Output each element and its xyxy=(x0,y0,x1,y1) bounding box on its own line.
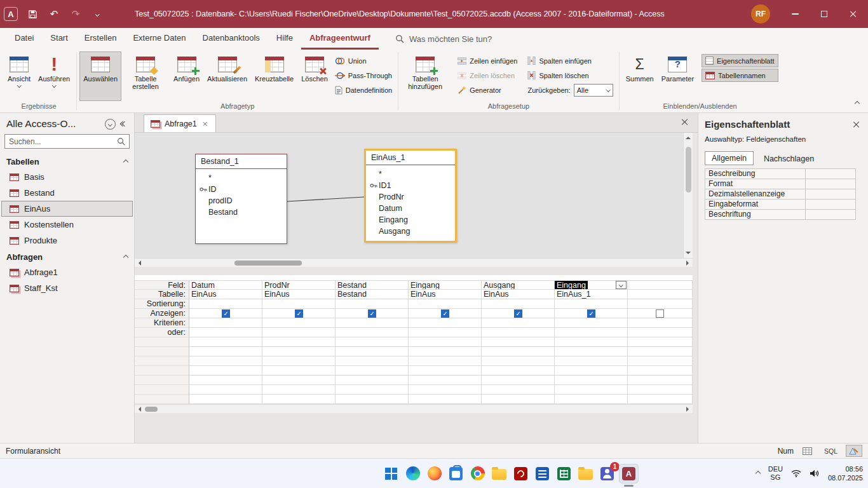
field-row[interactable]: * xyxy=(200,172,283,184)
field-list-bestand-1[interactable]: Bestand_1 * ID prodID Bestand xyxy=(195,154,287,244)
search-input[interactable] xyxy=(409,34,524,44)
grid-cell[interactable] xyxy=(628,299,693,309)
scroll-left-arrow[interactable] xyxy=(136,261,141,266)
grid-cell[interactable] xyxy=(336,318,409,328)
show-checkbox[interactable] xyxy=(587,309,595,318)
taskbar-access[interactable]: A xyxy=(619,464,639,484)
property-value[interactable] xyxy=(806,169,856,179)
field-dropdown-button[interactable] xyxy=(616,281,627,289)
volume-icon[interactable] xyxy=(810,469,820,478)
grid-cell[interactable] xyxy=(409,299,482,309)
taskbar-folder[interactable] xyxy=(576,464,595,484)
loeschen-button[interactable]: Löschen xyxy=(297,51,332,101)
tab-nachschlagen[interactable]: Nachschlagen xyxy=(757,152,820,165)
ausfuehren-button[interactable]: ! Ausführen xyxy=(34,51,74,101)
ansicht-button[interactable]: Ansicht xyxy=(4,51,34,101)
anfuegen-button[interactable]: Anfügen xyxy=(170,51,203,101)
tab-abfrage1[interactable]: Abfrage1 xyxy=(144,114,216,132)
grid-cell[interactable] xyxy=(482,318,555,328)
tell-me-search[interactable] xyxy=(395,28,524,50)
grid-cell[interactable] xyxy=(336,328,409,337)
taskbar-firefox[interactable] xyxy=(424,464,444,484)
redo-button[interactable]: ↷ xyxy=(65,0,86,28)
sidebar-item-produkte[interactable]: Produkte xyxy=(1,233,133,248)
spalten-loeschen-button[interactable]: Spalten löschen xyxy=(524,69,616,82)
grid-cell[interactable] xyxy=(336,299,409,309)
tab-hilfe[interactable]: Hilfe xyxy=(268,28,301,50)
property-value[interactable] xyxy=(806,179,856,189)
taskbar-teams[interactable]: 1 xyxy=(597,464,617,484)
show-checkbox[interactable] xyxy=(514,309,522,318)
grid-cell[interactable] xyxy=(628,290,693,299)
grid-cell[interactable] xyxy=(189,328,262,337)
taskbar-file-explorer[interactable] xyxy=(489,464,509,484)
field-row[interactable]: Datum xyxy=(370,203,451,214)
grid-cell[interactable] xyxy=(628,309,693,318)
grid-cell[interactable] xyxy=(262,299,336,309)
field-row[interactable]: ProdNr xyxy=(370,191,451,203)
eigenschaftenblatt-button[interactable]: Eigenschaftenblatt xyxy=(702,54,778,67)
zurueckgeben-dropdown[interactable]: Alle xyxy=(574,84,613,97)
design-view-button[interactable] xyxy=(846,445,862,457)
grid-cell[interactable]: EinAus_1 xyxy=(555,290,628,299)
generator-button[interactable]: Generator xyxy=(454,83,520,97)
nav-search-box[interactable] xyxy=(4,134,130,149)
property-value[interactable] xyxy=(806,189,856,200)
tab-datenbanktools[interactable]: Datenbanktools xyxy=(194,28,268,50)
scroll-right-arrow[interactable] xyxy=(686,407,691,412)
field-row[interactable]: Ausgang xyxy=(370,226,451,237)
field-row[interactable]: Eingang xyxy=(370,214,451,226)
grid-cell[interactable] xyxy=(555,309,628,318)
show-checkbox[interactable] xyxy=(368,309,376,318)
tabellennamen-button[interactable]: Tabellennamen xyxy=(702,69,778,82)
scroll-right-arrow[interactable] xyxy=(686,261,691,266)
property-sheet-close-button[interactable] xyxy=(853,121,860,128)
design-horizontal-scrollbar[interactable] xyxy=(135,258,693,267)
summen-button[interactable]: Σ Summen xyxy=(622,51,658,101)
property-value[interactable] xyxy=(806,200,856,210)
grid-cell[interactable] xyxy=(189,299,262,309)
start-button[interactable] xyxy=(381,464,401,484)
grid-cell[interactable] xyxy=(555,299,628,309)
taskbar-acrobat[interactable] xyxy=(511,464,531,484)
grid-cell[interactable] xyxy=(555,318,628,328)
spalten-einfuegen-button[interactable]: Spalten einfügen xyxy=(524,54,616,67)
close-button[interactable] xyxy=(839,0,868,28)
parameter-button[interactable]: ? Parameter xyxy=(658,51,698,101)
tab-abfrageentwurf[interactable]: Abfrageentwurf xyxy=(301,28,379,50)
grid-cell[interactable] xyxy=(409,309,482,318)
field-list-title[interactable]: EinAus_1 xyxy=(366,151,455,165)
grid-cell[interactable] xyxy=(189,309,262,318)
grid-cell[interactable] xyxy=(189,318,262,328)
grid-cell[interactable]: EinAus xyxy=(189,290,262,299)
field-list-einaus-1[interactable]: EinAus_1 * ID1 ProdNr Datum Eingang Ausg… xyxy=(364,149,457,243)
scrollbar-thumb[interactable] xyxy=(234,261,302,266)
tabelle-erstellen-button[interactable]: Tabelle erstellen xyxy=(121,51,170,101)
taskbar-chrome[interactable] xyxy=(468,464,487,484)
field-row[interactable]: * xyxy=(370,168,451,180)
scroll-up-arrow[interactable] xyxy=(686,134,691,139)
taskbar-edge[interactable] xyxy=(403,464,423,484)
field-row[interactable]: Bestand xyxy=(200,207,283,218)
grid-cell[interactable]: Eingang xyxy=(409,280,482,290)
union-button[interactable]: Union xyxy=(332,54,395,67)
grid-cell[interactable] xyxy=(409,318,482,328)
nav-section-tabellen[interactable]: Tabellen xyxy=(0,153,134,169)
sql-view-button[interactable]: SQL xyxy=(822,445,840,457)
show-checkbox[interactable] xyxy=(295,309,303,318)
kreuztabelle-button[interactable]: Kreuztabelle xyxy=(251,51,297,101)
grid-cell[interactable] xyxy=(336,309,409,318)
grid-cell[interactable] xyxy=(628,328,693,337)
grid-cell[interactable]: ProdNr xyxy=(262,280,336,290)
grid-cell[interactable] xyxy=(628,318,693,328)
property-value[interactable] xyxy=(806,210,856,220)
nav-search-input[interactable] xyxy=(9,137,114,146)
zeilen-einfuegen-button[interactable]: Zeilen einfügen xyxy=(454,54,520,67)
language-indicator[interactable]: DEU SG xyxy=(768,465,783,482)
taskbar-word[interactable] xyxy=(532,464,552,484)
tab-externe-daten[interactable]: Externe Daten xyxy=(125,28,194,50)
field-row[interactable]: ID xyxy=(200,184,283,195)
tab-erstellen[interactable]: Erstellen xyxy=(76,28,125,50)
sidebar-item-abfrage1[interactable]: Abfrage1 xyxy=(1,264,133,280)
clock[interactable]: 08:56 08.07.2025 xyxy=(828,464,863,482)
